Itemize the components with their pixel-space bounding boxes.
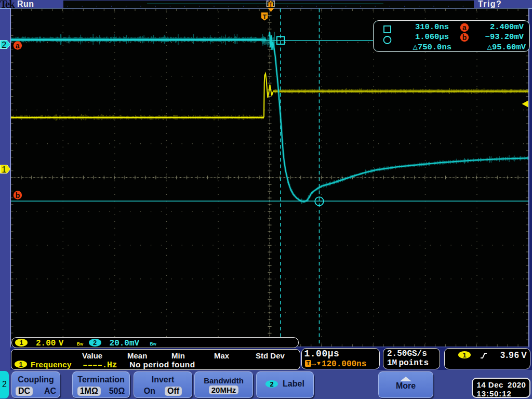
- svg-text:a: a: [462, 23, 467, 32]
- svg-text:b: b: [16, 191, 20, 200]
- svg-text:T: T: [262, 14, 267, 21]
- svg-text:a: a: [16, 42, 20, 50]
- svg-text:2: 2: [2, 41, 6, 49]
- svg-text:b: b: [462, 33, 467, 42]
- svg-text:1: 1: [2, 165, 6, 174]
- svg-text:T: T: [269, 2, 272, 8]
